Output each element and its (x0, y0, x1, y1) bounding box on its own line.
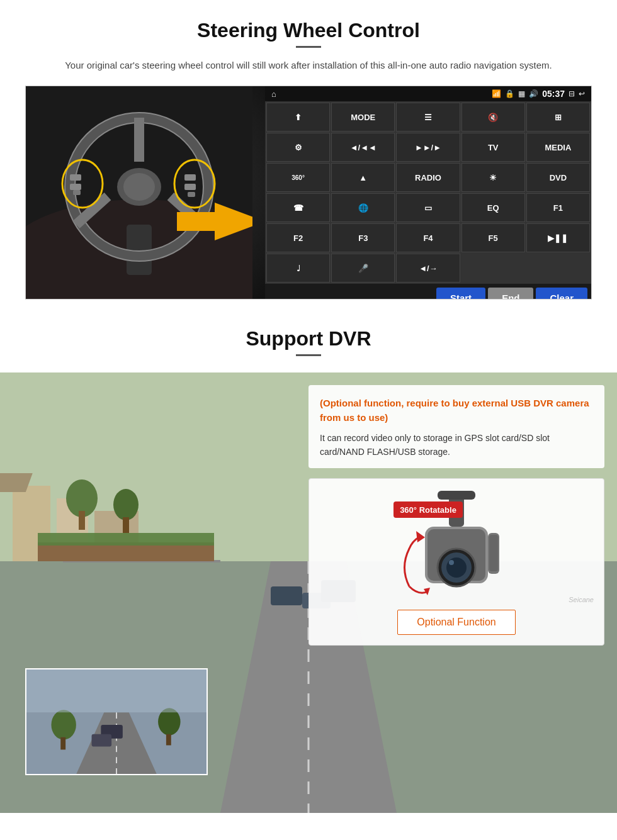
svg-point-9 (123, 173, 155, 201)
steering-wheel-image (26, 86, 265, 299)
btn-media[interactable]: MEDIA (526, 133, 590, 162)
ui-panel: ⌂ 📶 🔒 ▦ 🔊 05:37 ⊟ ↩ ⬆ MODE ☰ 🔇 ⊞ ⚙ (265, 86, 591, 299)
btn-f2[interactable]: F2 (266, 223, 330, 252)
svg-rect-21 (177, 212, 218, 231)
camera-svg: 360° Rotatable (375, 486, 538, 605)
btn-tv[interactable]: TV (461, 133, 525, 162)
svg-marker-64 (424, 588, 430, 595)
dvr-content: (Optional function, require to buy exter… (0, 372, 617, 813)
steering-wheel-photo (26, 86, 265, 299)
action-bar: Start End Clear (265, 284, 591, 300)
btn-phone[interactable]: ☎ (266, 193, 330, 222)
svg-rect-12 (70, 174, 81, 181)
back-icon: ↩ (579, 89, 585, 98)
section1-title: Steering Wheel Control (25, 19, 592, 42)
dvr-title-area: Support DVR (0, 312, 617, 372)
btn-web[interactable]: 🌐 (331, 193, 395, 222)
empty-cell-1 (461, 254, 525, 283)
btn-dvd[interactable]: DVD (526, 163, 590, 192)
btn-volmute[interactable]: ◄/→ (396, 254, 460, 283)
btn-radio[interactable]: RADIO (396, 163, 460, 192)
dvr-right-panel: (Optional function, require to buy exter… (302, 372, 617, 813)
empty-cell-2 (526, 254, 590, 283)
watermark-label: Seicane (569, 596, 594, 603)
svg-marker-63 (416, 531, 425, 542)
svg-rect-17 (188, 192, 195, 197)
svg-rect-51 (438, 491, 475, 500)
end-button[interactable]: End (488, 288, 533, 300)
btn-nav[interactable]: ⬆ (266, 103, 330, 132)
svg-rect-13 (70, 184, 81, 190)
btn-playpause[interactable]: ▶❚❚ (526, 223, 590, 252)
sound-icon: 🔊 (529, 89, 538, 98)
dvr-overlay: (Optional function, require to buy exter… (0, 372, 617, 813)
svg-rect-48 (166, 734, 171, 746)
svg-rect-46 (60, 737, 65, 750)
steering-wheel-svg (26, 86, 252, 299)
svg-text:360° Rotatable: 360° Rotatable (400, 505, 456, 515)
btn-apps[interactable]: ⊞ (526, 103, 590, 132)
btn-bright[interactable]: ☀ (461, 163, 525, 192)
dvr-optional-text: (Optional function, require to buy exter… (320, 396, 593, 425)
btn-f5[interactable]: F5 (461, 223, 525, 252)
dvr-info-box: (Optional function, require to buy exter… (308, 385, 604, 468)
steering-wheel-section: Steering Wheel Control Your original car… (0, 0, 617, 312)
status-bar: ⌂ 📶 🔒 ▦ 🔊 05:37 ⊟ ↩ (265, 86, 591, 101)
svg-rect-44 (92, 734, 112, 747)
dvr-small-photo (25, 668, 208, 775)
svg-point-45 (51, 710, 76, 739)
dvr-title-divider (296, 354, 321, 356)
btn-screen[interactable]: ▭ (396, 193, 460, 222)
optional-function-button[interactable]: Optional Function (397, 610, 515, 635)
btn-prev[interactable]: ◄/◄◄ (331, 133, 395, 162)
btn-music[interactable]: ♩ (266, 254, 330, 283)
btn-f4[interactable]: F4 (396, 223, 460, 252)
btn-mute[interactable]: 🔇 (461, 103, 525, 132)
start-button[interactable]: Start (436, 288, 485, 300)
svg-point-59 (449, 560, 454, 565)
dvr-desc-text: It can record video only to storage in G… (320, 431, 593, 459)
lock-icon: 🔒 (505, 89, 514, 98)
btn-eq[interactable]: EQ (461, 193, 525, 222)
home-icon[interactable]: ⌂ (271, 89, 276, 99)
title-divider (296, 46, 321, 48)
svg-rect-15 (184, 174, 196, 181)
section1-description: Your original car's steering wheel contr… (25, 58, 592, 73)
btn-cam360[interactable]: 360° (266, 163, 330, 192)
button-grid: ⬆ MODE ☰ 🔇 ⊞ ⚙ ◄/◄◄ ►►/► TV MEDIA 360° ▲… (265, 101, 591, 284)
small-photo-svg (26, 668, 207, 775)
svg-rect-14 (73, 190, 81, 195)
dvr-title: Support DVR (25, 327, 592, 350)
btn-f3[interactable]: F3 (331, 223, 395, 252)
svg-point-58 (446, 557, 467, 578)
window-icon: ⊟ (569, 89, 575, 98)
dvr-left-panel (0, 372, 302, 813)
time-display: 05:37 (542, 89, 565, 99)
svg-rect-49 (26, 669, 207, 712)
svg-rect-16 (184, 184, 196, 190)
btn-next[interactable]: ►►/► (396, 133, 460, 162)
camera-product-box: 360° Rotatable (308, 478, 604, 646)
dvr-section: Support DVR (0, 312, 617, 813)
btn-eject[interactable]: ▲ (331, 163, 395, 192)
btn-f1[interactable]: F1 (526, 193, 590, 222)
steering-panel: ⌂ 📶 🔒 ▦ 🔊 05:37 ⊟ ↩ ⬆ MODE ☰ 🔇 ⊞ ⚙ (25, 86, 592, 300)
status-icons: 📶 🔒 ▦ 🔊 05:37 ⊟ ↩ (492, 89, 585, 99)
camera-visual: 360° Rotatable (375, 489, 538, 602)
wifi-icon: 📶 (492, 89, 501, 98)
btn-mode[interactable]: MODE (331, 103, 395, 132)
btn-menu[interactable]: ☰ (396, 103, 460, 132)
btn-settings[interactable]: ⚙ (266, 133, 330, 162)
grid-icon: ▦ (518, 89, 525, 98)
svg-rect-62 (489, 535, 498, 571)
clear-button[interactable]: Clear (536, 288, 587, 300)
btn-mic[interactable]: 🎤 (331, 254, 395, 283)
svg-rect-2 (127, 225, 152, 275)
